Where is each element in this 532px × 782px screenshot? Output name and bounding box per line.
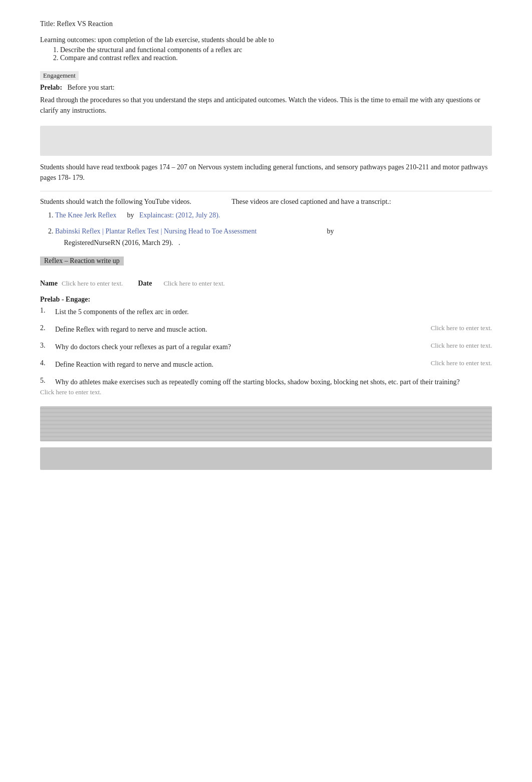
- prelab-engage-section: Prelab - Engage: 1. List the 5 component…: [40, 296, 492, 317]
- learning-outcome-2: Compare and contrast reflex and reaction…: [60, 54, 492, 62]
- question-item-1: 1. List the 5 components of the reflex a…: [40, 307, 492, 317]
- q2-text: Define Reflex with regard to nerve and m…: [55, 324, 412, 335]
- video-2-author: RegisteredNurseRN (2016, March 29). .: [55, 237, 492, 248]
- question-item-3: 3. Why do doctors check your reflexes as…: [40, 342, 492, 352]
- textbook-section: Students should have read textbook pages…: [40, 162, 492, 183]
- prelab-text: Before you start:: [68, 84, 115, 91]
- video-2-container: Babinski Reflex | Plantar Reflex Test | …: [55, 226, 492, 237]
- youtube-section: Students should watch the following YouT…: [40, 196, 492, 248]
- q3-answer[interactable]: Click here to enter text.: [412, 342, 492, 350]
- engagement-label: Engagement: [40, 71, 79, 80]
- q4-number: 4.: [40, 359, 55, 367]
- knee-jerk-link[interactable]: The Knee Jerk Reflex: [55, 211, 116, 219]
- prelab-header: Prelab: Before you start:: [40, 82, 492, 93]
- date-label: Date: [138, 280, 152, 288]
- youtube-intro: Students should watch the following YouT…: [40, 196, 492, 207]
- name-date-row: Name Click here to enter text. Date Clic…: [40, 280, 492, 288]
- q4-answer[interactable]: Click here to enter text.: [412, 359, 492, 367]
- learning-outcome-1: Describe the structural and functional c…: [60, 46, 492, 54]
- q5-text: Why do athletes make exercises such as r…: [55, 377, 460, 387]
- learning-outcomes-section: Learning outcomes: upon completion of th…: [40, 36, 492, 62]
- question-item-2: 2. Define Reflex with regard to nerve an…: [40, 324, 492, 335]
- question-text-1: List the 5 components of the reflex arc …: [55, 307, 492, 317]
- video-2-dot: .: [178, 239, 180, 246]
- q4-text: Define Reaction with regard to nerve and…: [55, 359, 412, 370]
- date-input-placeholder[interactable]: Click here to enter text.: [163, 280, 224, 288]
- explaincast-link[interactable]: Explaincast: (2012, July 28).: [139, 211, 220, 219]
- by-label-1: by: [127, 211, 134, 219]
- title-section: Title: Reflex VS Reaction: [40, 20, 492, 28]
- question-item-4: 4. Define Reaction with regard to nerve …: [40, 359, 492, 370]
- textbook-text: Students should have read textbook pages…: [40, 162, 492, 183]
- page-title: Title: Reflex VS Reaction: [40, 20, 492, 28]
- question-number-1: 1.: [40, 307, 55, 315]
- q3-number: 3.: [40, 342, 55, 350]
- plantar-reflex-link[interactable]: Babinski Reflex | Plantar Reflex Test | …: [55, 227, 256, 235]
- q5-number: 5.: [40, 377, 55, 385]
- youtube-video-1: The Knee Jerk Reflex by Explaincast: (20…: [55, 210, 492, 221]
- name-input-placeholder[interactable]: Click here to enter text.: [62, 280, 123, 288]
- engagement-section: Engagement Prelab: Before you start: Rea…: [40, 71, 492, 116]
- q5-answer[interactable]: Click here to enter text.: [40, 388, 101, 396]
- learning-outcomes-intro: Learning outcomes: upon completion of th…: [40, 36, 492, 44]
- closed-caption-text: These videos are closed captioned and ha…: [231, 198, 391, 205]
- blurred-bottom-sections: [40, 406, 492, 470]
- registered-nurse-author: RegisteredNurseRN (2016, March 29).: [64, 239, 173, 246]
- q2-answer[interactable]: Click here to enter text.: [412, 324, 492, 332]
- engagement-description: Read through the procedures so that you …: [40, 95, 492, 116]
- reflex-writeup-label: Reflex – Reaction write up: [40, 256, 124, 266]
- name-label: Name: [40, 280, 58, 288]
- q2-number: 2.: [40, 324, 55, 332]
- blurred-block-1: [40, 406, 492, 441]
- blurred-placeholder-1: [40, 126, 492, 156]
- by-label-2: by: [327, 227, 334, 235]
- q3-text: Why do doctors check your reflexes as pa…: [55, 342, 412, 352]
- section-divider-1: [40, 191, 492, 191]
- prelab-label: Prelab:: [40, 84, 62, 91]
- youtube-video-2: Babinski Reflex | Plantar Reflex Test | …: [55, 226, 492, 248]
- reflex-writeup-section: Reflex – Reaction write up: [40, 256, 492, 273]
- blurred-block-2: [40, 447, 492, 470]
- question-item-5: 5. Why do athletes make exercises such a…: [40, 377, 492, 396]
- prelab-engage-label: Prelab - Engage:: [40, 296, 492, 304]
- questions-section: 2. Define Reflex with regard to nerve an…: [40, 324, 492, 396]
